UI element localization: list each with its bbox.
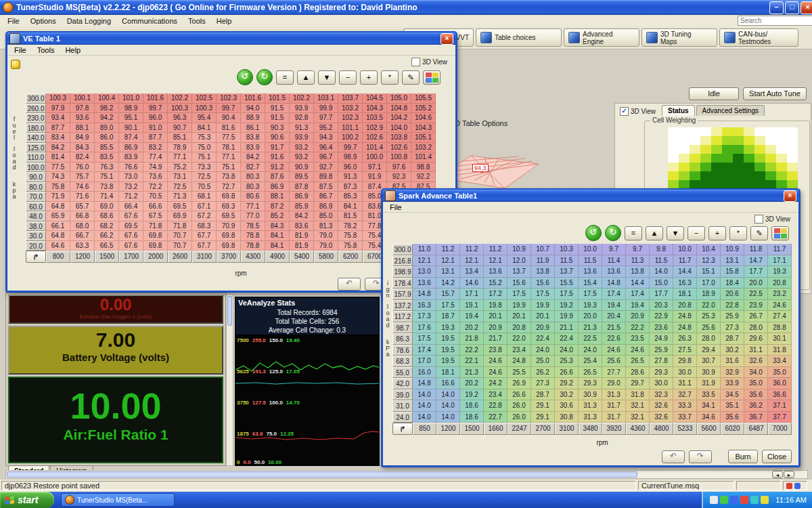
ve-cell[interactable]: 77.0 [241,211,265,221]
spark-cell[interactable]: 21.3 [579,322,602,334]
ve-cell[interactable]: 73.8 [95,182,119,192]
spark-cell[interactable]: 15.5 [555,278,579,289]
spark-row-header[interactable]: 31.0 [392,400,413,412]
spark-cell[interactable]: 22.8 [721,300,744,312]
maximize-button[interactable]: □ [785,1,799,14]
ribbon-tab-table-choices[interactable]: Table choices [476,28,562,47]
spark-cell[interactable]: 34.5 [721,389,744,401]
ve-cell[interactable]: 72.7 [217,182,241,192]
ve-cell[interactable]: 93.2 [290,143,314,153]
ve-cell[interactable]: 100.0 [363,152,387,163]
start-button[interactable]: start [0,492,54,508]
ve-cell[interactable]: 81.9 [290,231,314,241]
ve-row-header[interactable]: 30.0 [26,231,46,241]
ve-cell[interactable]: 68.6 [95,211,119,221]
spark-cell[interactable]: 22.4 [531,333,555,345]
spark-cell[interactable]: 20.0 [579,311,602,322]
ve-cell[interactable]: 69.8 [217,192,241,202]
close-button[interactable]: × [800,1,812,14]
ve-cell[interactable]: 88.9 [241,113,265,123]
spark-col-header[interactable]: 7000 [768,423,792,435]
spark-cell[interactable]: 35.6 [744,389,768,401]
spark-cell[interactable]: 25.6 [602,356,626,367]
spark-cell[interactable]: 32.1 [626,412,650,423]
minimize-button[interactable]: – [769,1,784,14]
spark-cell[interactable]: 22.5 [744,289,768,300]
ve-cell[interactable]: 87.7 [143,133,168,143]
spark-cell[interactable]: 14.0 [436,389,460,401]
ve-cell[interactable]: 99.9 [314,104,338,114]
ve-col-header[interactable]: 3700 [217,251,241,263]
spark-cell[interactable]: 29.1 [531,412,555,423]
spark-cell[interactable]: 27.3 [531,378,555,389]
ve-cell[interactable]: 73.6 [143,172,168,182]
ve-cell[interactable]: 84.1 [338,202,363,212]
spark-cell[interactable]: 14.0 [436,412,460,423]
ve-cell[interactable]: 68.0 [70,221,95,232]
ve-cell[interactable]: 78.8 [241,231,265,241]
spark-cell[interactable]: 28.6 [626,367,650,379]
ve-cell[interactable]: 71.3 [168,192,192,202]
ve-row-header[interactable]: 300.0 [26,93,46,104]
ve-cell[interactable]: 103.1 [314,93,338,104]
ve-cell[interactable]: 90.6 [265,133,290,143]
ve-cell[interactable]: 84.3 [265,221,290,232]
spark-cell[interactable]: 20.2 [460,322,484,334]
spark-cell[interactable]: 11.2 [484,244,508,255]
ve-cell[interactable]: 103.7 [338,93,363,104]
spark-cell[interactable]: 20.4 [602,311,626,322]
ve-cell[interactable]: 92.2 [411,172,436,182]
spark-cell[interactable]: 30.2 [555,389,579,401]
ve-cell[interactable]: 70.7 [168,231,192,241]
decrement-button[interactable]: ▼ [667,226,684,240]
spark-cell[interactable]: 20.3 [650,300,673,312]
ve-cell[interactable]: 88.1 [70,123,95,133]
ve-cell[interactable]: 80.3 [241,172,265,182]
ve-cell[interactable]: 93.9 [290,133,314,143]
spark-cell[interactable]: 13.1 [436,266,460,278]
spark-cell[interactable]: 32.6 [650,412,673,423]
ve-cell[interactable]: 66.1 [46,221,70,232]
spark-cell[interactable]: 32.1 [626,400,650,412]
scale-button[interactable]: * [729,226,747,240]
ve-cell[interactable]: 78.5 [241,221,265,232]
spark-cell[interactable]: 35.1 [721,400,744,412]
ve-cell[interactable]: 67.6 [119,211,143,221]
ve-row-header[interactable]: 70.0 [26,192,46,202]
spark-cell[interactable]: 21.7 [484,333,508,345]
ve-cell[interactable]: 91.2 [265,163,290,173]
spark-cell[interactable]: 24.6 [484,367,508,379]
spark-cell[interactable]: 21.3 [460,367,484,379]
ve-cell[interactable]: 105.2 [411,104,436,114]
spark-cell[interactable]: 34.1 [697,400,721,412]
ve-cell[interactable]: 100.3 [46,93,70,104]
spark-row-header[interactable]: 300.0 [392,244,413,255]
ve-cell[interactable]: 64.6 [46,241,70,251]
ve-cell[interactable]: 70.9 [217,221,241,232]
spark-cell[interactable]: 10.9 [508,244,531,255]
ve-cell[interactable]: 97.1 [363,163,387,173]
spark-cell[interactable]: 28.0 [744,322,768,334]
ve-cell[interactable]: 84.1 [192,123,217,133]
spark-cell[interactable]: 19.3 [579,300,602,312]
tab-status[interactable]: Status [662,105,695,116]
spark-cell[interactable]: 19.5 [436,345,460,356]
spark-cell[interactable]: 28.0 [697,333,721,345]
spark-cell[interactable]: 20.2 [460,378,484,389]
ve-row-header[interactable]: 80.0 [26,182,46,192]
spark-cell[interactable]: 20.9 [484,322,508,334]
spark-cell[interactable]: 9.7 [602,244,626,255]
spark-cell[interactable]: 18.9 [697,289,721,300]
spark-col-header[interactable]: 3100 [555,423,579,435]
ve-cell[interactable]: 83.9 [119,152,143,163]
spark-cell[interactable]: 23.4 [484,389,508,401]
ve-cell[interactable]: 100.2 [338,133,363,143]
spark-cell[interactable]: 27.3 [721,322,744,334]
idle-button[interactable]: Idle [689,87,739,100]
ve-cell[interactable]: 91.3 [338,172,363,182]
spark-cell[interactable]: 23.2 [768,289,792,300]
ve-cell[interactable]: 98.9 [119,104,143,114]
ve-cell[interactable]: 93.9 [290,104,314,114]
spark-cell[interactable]: 14.0 [413,412,436,423]
spark-cell[interactable]: 23.5 [626,333,650,345]
